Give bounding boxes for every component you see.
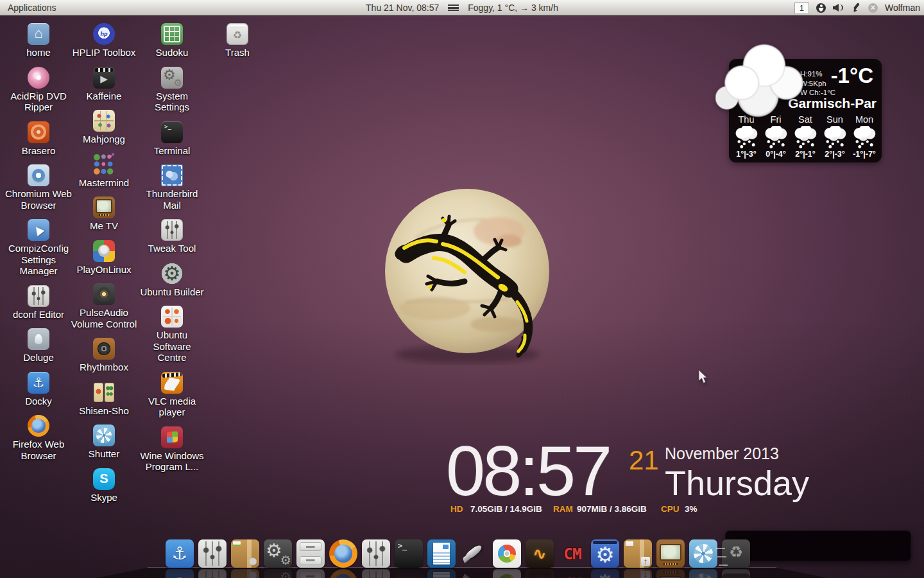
dock-reflection-item [329,569,357,578]
cpu-label: CPU [661,504,680,514]
volume-icon[interactable] [833,3,844,12]
me-tv-icon [93,197,115,218]
dock-item-docky-anchor[interactable] [166,539,194,568]
dock-item-software-updater[interactable] [624,539,652,568]
topbar-datetime[interactable]: Thu 21 Nov, 08:57 [366,3,439,13]
desktop-icon-deluge[interactable]: Deluge [5,328,72,363]
cpu-value: 3% [685,504,697,514]
desktop-icon-me-tv[interactable]: Me TV [71,197,137,232]
dock-reflection-item [591,569,619,578]
topbar-weather[interactable]: Foggy, 1 °C, → 3 km/h [468,3,558,13]
dock-reflection-item [526,569,554,578]
desktop-icon-skype[interactable]: Skype [71,468,137,504]
dock-item-color-disc-app[interactable] [493,539,521,568]
desktop-icon-column-2: HPLIP ToolboxKaffeineMahjonggMastermindM… [71,23,137,511]
me-tv-reflection [656,569,685,578]
desktop-icon-label: Rhythmbox [80,362,128,373]
dock-item-terminal[interactable] [395,539,423,568]
firefox-reflection [329,569,357,578]
mastermind-icon [93,153,115,175]
weather-forecast: Thu1°|-3°Fri0°|-4°Sat2°|-1°Sun2°|-3°Mon-… [732,114,879,159]
desktop-icon-sudoku[interactable]: Sudoku [137,23,207,58]
terminal-dark-icon [161,121,183,143]
playonlinux-icon [93,240,115,262]
dock-item-file-cabinet[interactable] [296,539,325,568]
desktop-icon-home[interactable]: home [5,23,72,58]
gears-dark-reflection [264,569,292,578]
desktop-icon-terminal[interactable]: Terminal [137,121,207,157]
dock-item-trash[interactable] [722,539,750,568]
desktop-icon-label: Shutter [89,448,119,460]
desktop-icon-label: Firefox Web Browser [5,439,72,461]
dock-reflection-item [460,569,488,578]
desktop-icon-pulseaudio-volume-control[interactable]: PulseAudio Volume Control [71,283,137,329]
desktop-icon-label: Chromium Web Browser [5,188,72,211]
desktop-icon-thunderbird-mail[interactable]: Thunderbird Mail [137,164,207,211]
dock-item-cm-app[interactable] [558,539,586,568]
dock-item-package-manager[interactable] [231,539,259,568]
desktop-icon-brasero[interactable]: Brasero [5,121,72,157]
desktop-icon-shisen-sho[interactable]: Shisen-Sho [71,381,137,417]
forecast-day-name: Mon [855,114,873,125]
clock-month-year: November 2013 [665,444,779,463]
trash-desktop-icon [227,23,248,45]
desktop-icon-chromium-web-browser[interactable]: Chromium Web Browser [5,164,72,211]
shisen-icon [93,381,115,403]
desktop-icon-docky[interactable]: Docky [5,372,72,407]
desktop-icon-label: System Settings [139,91,205,113]
dock-item-me-tv[interactable] [656,539,685,568]
user-status-icon[interactable] [868,3,878,13]
firefox-icon [28,415,49,437]
desktop-icon-dconf-editor[interactable]: dconf Editor [5,285,72,320]
desktop-icon-wine-windows-program-l[interactable]: Wine Windows Program L... [137,426,207,473]
pen-icon[interactable] [851,3,861,13]
desktop-icon-shutter[interactable]: Shutter [71,425,137,460]
usc-icon [161,306,183,328]
desktop-icon-label: HPLIP Toolbox [73,47,136,58]
dock-item-volume-mixer[interactable] [198,539,227,568]
desktop-icon-ubuntu-builder[interactable]: Ubuntu Builder [137,263,207,298]
desktop-icon-label: PlayOnLinux [76,264,131,276]
desktop-icon-trash[interactable]: Trash [204,23,271,58]
forecast-day-name: Sun [826,114,843,125]
accessibility-icon[interactable] [816,3,826,13]
desktop-icon-compizconfig-settings-manager[interactable]: CompizConfig Settings Manager [5,219,72,277]
desktop-icon-acidrip-dvd-ripper[interactable]: AcidRip DVD Ripper [5,67,72,113]
desktop-icon-playonlinux[interactable]: PlayOnLinux [71,240,137,276]
desktop-icon-kaffeine[interactable]: Kaffeine [71,67,137,102]
dock-item-rocket-app[interactable] [460,539,488,568]
desktop-icon-mastermind[interactable]: Mastermind [71,153,137,189]
desktop-icon-ubuntu-software-centre[interactable]: Ubuntu Software Centre [137,306,207,363]
forecast-temps: 0°|-4° [766,150,786,159]
desktop-icon-rhythmbox[interactable]: Rhythmbox [71,338,137,373]
workspace-indicator[interactable]: 1 [794,2,809,14]
chromium-icon [28,164,49,186]
desktop-icon-hplip-toolbox[interactable]: HPLIP Toolbox [71,23,137,58]
desktop-icon-vlc-media-player[interactable]: VLC media player [137,372,207,418]
desktop-icon-label: Sudoku [156,47,189,58]
dock-item-system-gears[interactable] [264,539,292,568]
sliders-icon [161,219,183,241]
applications-menu[interactable]: Applications [0,0,64,15]
dock-item-audio-waveform-app[interactable] [526,539,554,568]
dock-item-firefox[interactable] [329,539,357,568]
desktop: Applications Thu 21 Nov, 08:57 Foggy, 1 … [0,0,924,578]
desktop-icon-system-settings[interactable]: System Settings [137,67,207,113]
username[interactable]: Wolfman [885,3,920,13]
dock-item-blue-gear-settings[interactable] [591,539,619,568]
rocket-reflection [460,569,488,578]
forecast-day-mon: Mon-1°|-7° [850,114,879,159]
weather-widget[interactable]: H:91% W:5Kph W Ch:-1°C -1°C Garmisch-Par… [729,59,882,162]
kaffeine-icon [93,67,115,89]
desktop-icon-firefox-web-browser[interactable]: Firefox Web Browser [5,415,72,461]
dock-item-pulseaudio-mixer[interactable] [362,539,390,568]
dock-item-libreoffice-document[interactable] [427,539,456,568]
desktop-icon-tweak-tool[interactable]: Tweak Tool [137,219,207,254]
dock-reflection-item [493,569,521,578]
fog-icon [448,4,459,11]
desktop-icon-mahjongg[interactable]: Mahjongg [71,110,137,145]
dock-reflection-item [231,569,259,578]
black-panel[interactable] [725,530,911,561]
dock [166,539,750,568]
dock-item-shutter[interactable] [689,539,717,568]
